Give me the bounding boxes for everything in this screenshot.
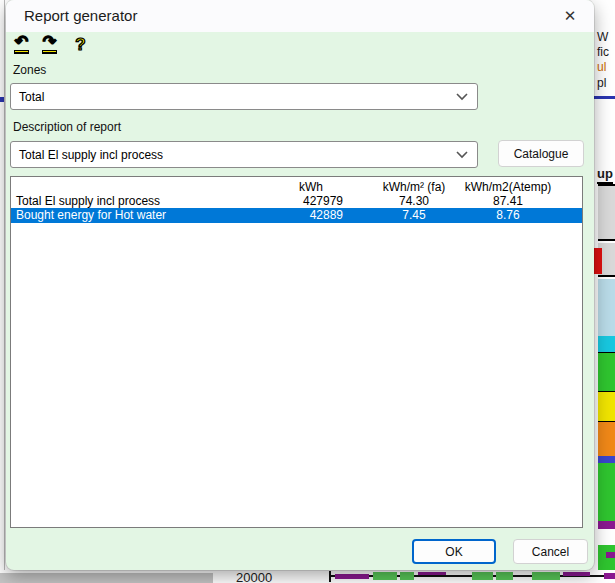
help-button[interactable]: ? bbox=[69, 34, 92, 58]
row-kwh-m2-atemp: 8.76 bbox=[456, 208, 560, 222]
stacked-bar-segment-paleblue bbox=[598, 279, 615, 336]
bar-segment-purple bbox=[604, 573, 615, 579]
bar-segment-green bbox=[472, 572, 493, 580]
bar-segment-green bbox=[373, 572, 397, 580]
table-row[interactable]: Total El supply incl process 427979 74.3… bbox=[11, 194, 582, 209]
stacked-bar-segment-green bbox=[598, 463, 615, 521]
background-text-fragment: fic bbox=[597, 45, 609, 59]
bar-segment-purple bbox=[335, 574, 369, 579]
background-blue-mark bbox=[0, 97, 4, 102]
stacked-bar-segment-purple bbox=[606, 552, 615, 558]
background-text-fragment: W bbox=[597, 30, 608, 44]
cancel-button[interactable]: Cancel bbox=[513, 539, 588, 564]
description-selected-value: Total El supply incl process bbox=[19, 148, 455, 162]
column-header-kwh-m2-fa: kWh/m² (fa) bbox=[371, 180, 457, 194]
row-name: Total El supply incl process bbox=[16, 194, 160, 208]
undo-button[interactable]: ↶ bbox=[10, 34, 33, 58]
dialog-title: Report generator bbox=[24, 7, 137, 24]
bar-segment-green bbox=[496, 572, 513, 580]
background-grey-band bbox=[0, 573, 213, 583]
stacked-bar-segment-orange bbox=[598, 421, 615, 456]
description-label: Description of report bbox=[13, 120, 121, 134]
help-icon: ? bbox=[69, 34, 92, 56]
report-list[interactable]: kWh kWh/m² (fa) kWh/m2(Atemp) Total El s… bbox=[10, 176, 583, 528]
column-header-kwh: kWh bbox=[261, 180, 361, 194]
toolbar: ↶ ↷ ? bbox=[10, 34, 92, 60]
stacked-bar-segment-grey bbox=[598, 184, 615, 241]
bar-segment-green bbox=[400, 572, 414, 580]
row-name: Bought energy for Hot water bbox=[16, 208, 166, 222]
redo-icon: ↷ bbox=[38, 34, 61, 49]
bar-segment-purple bbox=[563, 572, 590, 576]
redo-icon-base bbox=[42, 50, 57, 54]
stacked-bar-segment-green bbox=[598, 352, 615, 391]
stacked-bar-segment-cyan bbox=[598, 336, 615, 352]
stacked-bar-segment-red bbox=[594, 248, 602, 274]
row-kwh: 42889 bbox=[271, 208, 343, 222]
undo-icon-base bbox=[14, 50, 29, 54]
stacked-bar-segment-yellow bbox=[598, 391, 615, 421]
background-text-fragment: ul bbox=[597, 60, 606, 74]
row-kwh: 427979 bbox=[271, 194, 343, 208]
row-kwh-m2-fa: 7.45 bbox=[371, 208, 457, 222]
bar-segment-purple bbox=[418, 572, 446, 575]
background-window-bottom: 20000 bbox=[0, 570, 615, 583]
titlebar[interactable]: Report generator ✕ bbox=[6, 0, 594, 32]
column-header-kwh-m2-atemp: kWh/m2(Atemp) bbox=[456, 180, 560, 194]
chevron-down-icon bbox=[455, 92, 469, 102]
background-text-fragment: pl bbox=[597, 76, 606, 90]
bar-segment-green bbox=[532, 572, 560, 580]
catalogue-button[interactable]: Catalogue bbox=[498, 140, 584, 167]
stacked-bar-segment-green bbox=[598, 545, 615, 571]
report-generator-dialog: Report generator ✕ ↶ ↷ ? Zones Total Des… bbox=[6, 0, 594, 570]
ok-button[interactable]: OK bbox=[412, 539, 496, 564]
background-window-edge bbox=[4, 0, 5, 570]
stacked-bar-segment-blue bbox=[598, 456, 615, 463]
report-list-header: kWh kWh/m² (fa) kWh/m2(Atemp) bbox=[11, 180, 582, 195]
stacked-bar-segment-purple bbox=[598, 521, 615, 529]
row-kwh-m2-fa: 74.30 bbox=[371, 194, 457, 208]
background-text-fragment: up bbox=[597, 166, 613, 184]
background-window-right: W fic ul pl up bbox=[594, 0, 615, 583]
undo-icon: ↶ bbox=[10, 34, 33, 49]
background-blue-rule bbox=[594, 96, 615, 99]
table-row-selected[interactable]: Bought energy for Hot water 42889 7.45 8… bbox=[11, 208, 582, 223]
close-icon[interactable]: ✕ bbox=[556, 4, 584, 28]
zones-select[interactable]: Total bbox=[10, 83, 478, 110]
zones-label: Zones bbox=[13, 63, 46, 77]
zones-selected-value: Total bbox=[19, 90, 455, 104]
row-kwh-m2-atemp: 87.41 bbox=[456, 194, 560, 208]
chevron-down-icon bbox=[455, 150, 469, 160]
description-select[interactable]: Total El supply incl process bbox=[10, 141, 478, 168]
axis-tick-label: 20000 bbox=[236, 570, 272, 583]
redo-button[interactable]: ↷ bbox=[38, 34, 61, 58]
